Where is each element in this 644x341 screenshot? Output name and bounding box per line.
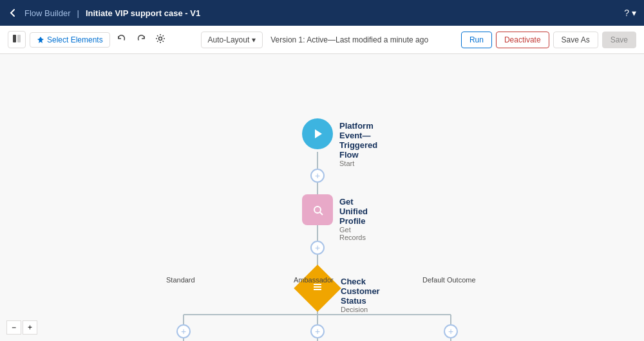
- standard-connector[interactable]: +: [176, 324, 191, 338]
- version-status: Version 1: Active—Last modified a minute…: [270, 35, 428, 44]
- svg-rect-1: [17, 35, 21, 42]
- get-unified-icon: [302, 194, 333, 225]
- zoom-controls: − +: [6, 320, 37, 335]
- svg-rect-0: [13, 35, 16, 42]
- redo-button[interactable]: [133, 31, 149, 48]
- ambassador-branch-label: Ambassador: [294, 276, 334, 284]
- app-name: Flow Builder: [24, 8, 71, 18]
- toolbar-left: Select Elements: [8, 31, 168, 48]
- settings-button[interactable]: [153, 31, 168, 48]
- nav-separator: |: [77, 8, 79, 18]
- zoom-in-button[interactable]: +: [23, 320, 37, 335]
- standard-branch-label: Standard: [166, 276, 195, 284]
- default-connector[interactable]: +: [444, 324, 458, 338]
- save-as-button[interactable]: Save As: [553, 32, 598, 48]
- start-node[interactable]: Platform Event—Triggered Flow Start: [302, 118, 333, 149]
- ambassador-connector[interactable]: +: [310, 324, 325, 338]
- start-label: Platform Event—Triggered Flow Start: [339, 121, 377, 167]
- save-button[interactable]: Save: [602, 32, 636, 48]
- connector-1[interactable]: +: [310, 169, 325, 183]
- decision-label: Check Customer Status Decision: [341, 277, 380, 313]
- toolbar-right: Run Deactivate Save As Save: [461, 32, 636, 48]
- svg-point-19: [314, 207, 321, 213]
- zoom-out-button[interactable]: −: [6, 320, 21, 335]
- svg-marker-18: [315, 129, 322, 138]
- back-button[interactable]: [8, 8, 18, 18]
- svg-line-20: [320, 212, 323, 215]
- start-icon: [302, 118, 333, 149]
- svg-point-3: [158, 37, 162, 41]
- toolbar: Select Elements Auto-Layout ▾ Version 1:…: [0, 26, 644, 54]
- help-button[interactable]: ? ▾: [624, 8, 636, 18]
- connector-2[interactable]: +: [310, 241, 325, 255]
- flow-canvas[interactable]: Platform Event—Triggered Flow Start + Ge…: [0, 54, 644, 341]
- toolbar-center: Auto-Layout ▾ Version 1: Active—Last mod…: [173, 32, 456, 48]
- deactivate-button[interactable]: Deactivate: [496, 32, 549, 48]
- top-navigation: Flow Builder | Initiate VIP support case…: [0, 0, 644, 26]
- undo-button[interactable]: [114, 31, 129, 48]
- auto-layout-button[interactable]: Auto-Layout ▾: [201, 32, 263, 48]
- default-outcome-branch-label: Default Outcome: [422, 276, 476, 284]
- select-elements-button[interactable]: Select Elements: [30, 32, 110, 48]
- flow-title: Initiate VIP support case - V1: [86, 8, 200, 18]
- get-unified-label: Get Unified Profile Get Records: [339, 197, 368, 241]
- panel-toggle-button[interactable]: [8, 31, 26, 48]
- get-unified-node[interactable]: Get Unified Profile Get Records: [302, 194, 333, 225]
- run-button[interactable]: Run: [461, 32, 492, 48]
- svg-marker-2: [37, 37, 44, 43]
